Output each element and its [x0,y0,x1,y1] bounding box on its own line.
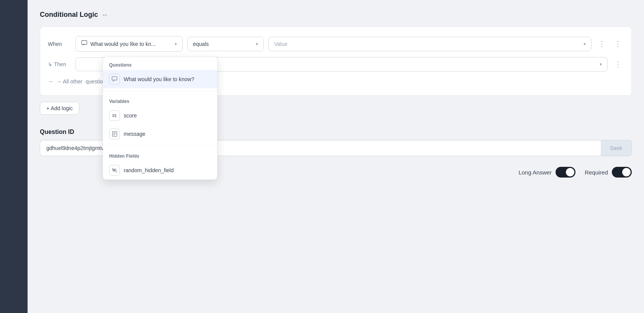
hidden-field-item-label: random_hidden_field [124,167,174,173]
message-item-icon [109,129,120,139]
then-arrow-icon: ↳ [48,61,52,67]
when-value: What would you like to kn... [90,41,155,47]
long-answer-toggle[interactable] [556,167,575,178]
message-item-label: message [124,131,145,137]
question-item-label: What would you like to know? [124,76,194,82]
score-item-label: score [124,112,137,119]
add-logic-label: + Add logic [46,105,73,111]
section-title: Conditional Logic ↔ [40,11,632,19]
add-logic-button[interactable]: + Add logic [40,102,79,115]
variables-section-label: Variables [103,93,217,106]
svg-rect-1 [112,77,117,80]
save-button[interactable]: Save [601,140,632,156]
thank-you-dropdown[interactable]: Thank you! ▾ [157,57,608,72]
chat-icon [81,40,87,47]
equals-value: equals [193,41,209,47]
value-dropdown[interactable]: Value ▾ [268,37,592,51]
long-answer-label: Long Answer [518,169,552,176]
when-label: When [48,41,71,47]
equals-chevron-icon: ▾ [256,41,258,47]
all-other-label: → All other [56,78,82,85]
dropdown-menu: Questions What would you like to know? V… [103,57,217,180]
question-item-icon [109,74,120,85]
dropdown-item-score[interactable]: 01 score [103,106,217,125]
thank-you-chevron-icon: ▾ [600,62,602,67]
value-chevron-icon: ▾ [584,41,586,47]
when-chevron-icon: ▾ [175,41,177,47]
dropdown-item-message[interactable]: message [103,125,217,143]
when-more-options-button[interactable]: ⋮ [596,38,608,50]
questions-section-label: Questions [103,57,217,70]
long-answer-knob [566,168,574,176]
long-answer-group: Long Answer [518,167,575,178]
main-content: Conditional Logic ↔ When What would you … [28,0,644,313]
equals-dropdown[interactable]: equals ▾ [187,37,264,51]
divider-1 [103,91,217,91]
hidden-field-item-icon [109,165,120,176]
when-more-options-button2[interactable]: ⋮ [612,38,624,50]
when-dropdown[interactable]: What would you like to kn... ▾ [75,36,183,52]
required-group: Required [585,167,632,178]
then-more-options-button[interactable]: ⋮ [612,59,624,70]
conditional-logic-title: Conditional Logic [40,11,98,19]
required-knob [622,168,631,176]
score-item-icon: 01 [109,110,120,121]
value-placeholder: Value [274,41,288,47]
when-row: When What would you like to kn... ▾ equa… [48,36,624,52]
required-label: Required [585,169,608,176]
arrows-icon: ↔ [102,11,108,18]
dropdown-item-question[interactable]: What would you like to know? [103,70,217,88]
divider-2 [103,145,217,146]
required-toggle[interactable] [612,167,632,178]
all-other-arrow-icon: → [48,78,53,85]
sidebar [0,0,28,313]
dropdown-item-hidden-field[interactable]: random_hidden_field [103,161,217,179]
hidden-fields-section-label: Hidden Fields [103,148,217,161]
svg-rect-0 [82,41,87,44]
then-label: ↳ → Then Then [48,61,71,67]
